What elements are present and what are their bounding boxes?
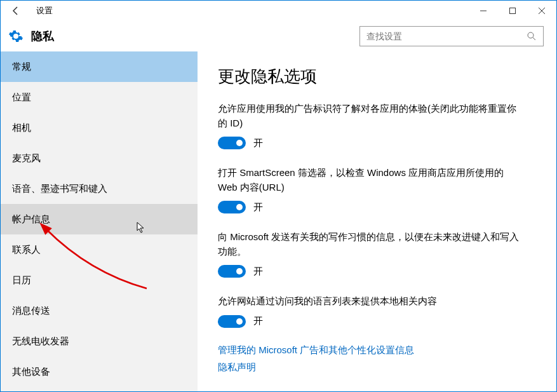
gear-icon — [8, 29, 23, 44]
sidebar-item-7[interactable]: 日历 — [1, 265, 198, 295]
minimize-button[interactable] — [469, 1, 498, 21]
toggle-state-label: 开 — [253, 201, 263, 213]
window-controls — [469, 1, 556, 21]
maximize-button[interactable] — [498, 1, 527, 21]
toggle-switch[interactable] — [218, 265, 246, 278]
option-label: 向 Microsoft 发送有关我的写作习惯的信息，以便在未来改进键入和写入功能… — [218, 230, 523, 259]
toggle-state-label: 开 — [253, 137, 263, 149]
content-panel: 更改隐私选项 允许应用使用我的广告标识符了解对各应用的体验(关闭此功能将重置你的… — [198, 51, 556, 391]
sidebar-item-10[interactable]: 其他设备 — [1, 356, 198, 387]
search-icon — [527, 31, 537, 41]
toggle-state-label: 开 — [253, 266, 263, 278]
sidebar-item-2[interactable]: 相机 — [1, 112, 198, 143]
toggle-switch[interactable] — [218, 137, 246, 149]
option-label: 允许应用使用我的广告标识符了解对各应用的体验(关闭此功能将重置你的 ID) — [218, 102, 523, 130]
toggle-state-label: 开 — [253, 315, 263, 327]
svg-line-5 — [533, 37, 535, 40]
privacy-option-3: 允许网站通过访问我的语言列表来提供本地相关内容开 — [218, 294, 523, 328]
sidebar-item-6[interactable]: 联系人 — [1, 234, 198, 265]
privacy-option-2: 向 Microsoft 发送有关我的写作习惯的信息，以便在未来改进键入和写入功能… — [218, 230, 523, 278]
svg-point-4 — [528, 32, 534, 38]
sidebar-item-9[interactable]: 无线电收发器 — [1, 326, 198, 356]
page-title: 隐私 — [31, 29, 54, 44]
sidebar-item-0[interactable]: 常规 — [1, 51, 198, 82]
back-button[interactable] — [1, 1, 31, 21]
svg-rect-1 — [510, 8, 516, 14]
toggle-switch[interactable] — [218, 315, 246, 328]
window-title: 设置 — [31, 5, 53, 17]
sidebar-item-5[interactable]: 帐户信息 — [1, 204, 198, 234]
privacy-option-1: 打开 SmartScreen 筛选器，以检查 Windows 应用商店应用所使用… — [218, 166, 523, 213]
header: 隐私 — [1, 21, 556, 51]
privacy-option-0: 允许应用使用我的广告标识符了解对各应用的体验(关闭此功能将重置你的 ID)开 — [218, 102, 523, 149]
sidebar-item-8[interactable]: 消息传送 — [1, 295, 198, 326]
sidebar: 常规位置相机麦克风语音、墨迹书写和键入帐户信息联系人日历消息传送无线电收发器其他… — [1, 51, 198, 391]
option-label: 打开 SmartScreen 筛选器，以检查 Windows 应用商店应用所使用… — [218, 166, 523, 194]
close-button[interactable] — [527, 1, 556, 21]
search-input[interactable] — [366, 31, 527, 41]
titlebar: 设置 — [1, 1, 556, 21]
content-link-0[interactable]: 管理我的 Microsoft 广告和其他个性化设置信息 — [218, 344, 536, 356]
content-heading: 更改隐私选项 — [218, 65, 536, 88]
toggle-switch[interactable] — [218, 201, 246, 213]
option-label: 允许网站通过访问我的语言列表来提供本地相关内容 — [218, 294, 523, 309]
sidebar-item-3[interactable]: 麦克风 — [1, 143, 198, 173]
content-link-1[interactable]: 隐私声明 — [218, 362, 536, 374]
search-box[interactable] — [359, 26, 544, 46]
sidebar-item-1[interactable]: 位置 — [1, 82, 198, 112]
sidebar-item-4[interactable]: 语音、墨迹书写和键入 — [1, 173, 198, 204]
arrow-left-icon — [11, 6, 21, 16]
